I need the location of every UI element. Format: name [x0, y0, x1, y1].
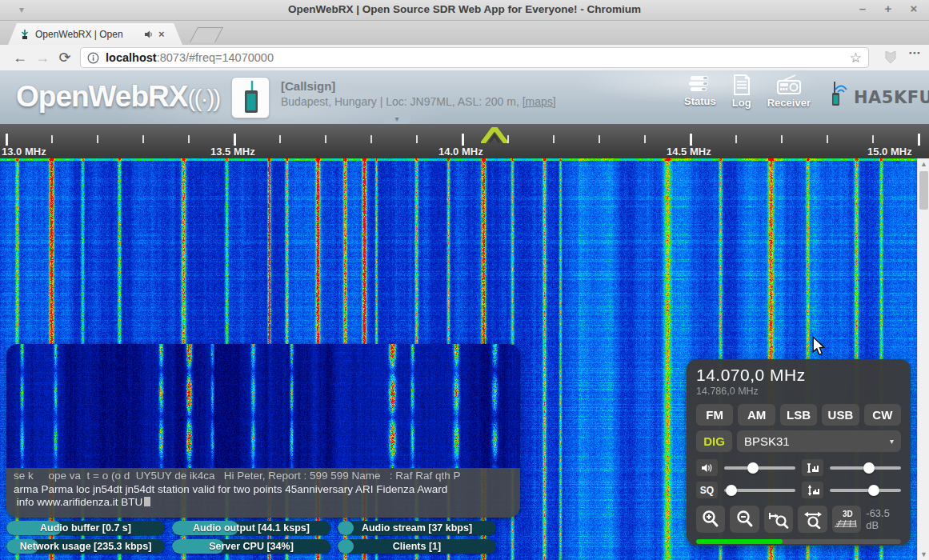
header-collapse-button[interactable]: ▾ — [383, 116, 410, 124]
station-callsign: [Callsign] — [281, 79, 556, 93]
zoom-out-button[interactable] — [730, 506, 759, 533]
scale-minor-tick — [553, 135, 555, 143]
scale-minor-tick — [279, 135, 281, 143]
zoom-in-button[interactable] — [696, 506, 725, 533]
forward-button[interactable]: → — [32, 47, 53, 68]
openwebrx-header: OpenWebRX((·)) [Callsign] Budapest, Hung… — [0, 70, 929, 124]
dig-mode-button[interactable]: DIG — [696, 430, 732, 452]
station-photo — [231, 77, 270, 118]
nav-label: Receiver — [767, 97, 811, 109]
3d-view-icon: 3D — [835, 509, 859, 530]
status-pill-label: Audio output [44.1 ksps] — [172, 521, 330, 535]
squelch-label[interactable]: SQ — [696, 482, 718, 498]
digimode-select[interactable]: BPSK31 ▾ — [737, 430, 901, 452]
ha5kfu-logo[interactable]: HA5KFU — [831, 77, 929, 107]
scale-label: 13.5 MHz — [210, 146, 255, 158]
zoom-full-button[interactable] — [798, 506, 827, 533]
waterfall-max-slider[interactable] — [830, 462, 901, 474]
scale-major-tick — [690, 134, 692, 146]
waterfall-max-icon — [807, 462, 819, 474]
handheld-radio-icon — [238, 80, 262, 115]
scale-major-tick — [462, 134, 464, 146]
back-button[interactable]: ← — [10, 47, 30, 68]
browser-menu-icon[interactable]: ⋮ — [911, 47, 919, 59]
log-document-icon — [732, 74, 751, 95]
waterfall-min-slider-thumb[interactable] — [868, 485, 879, 496]
waterfall-3d-button[interactable]: 3D — [832, 506, 861, 533]
scale-minor-tick — [781, 135, 783, 143]
scrollbar-thumb[interactable] — [919, 171, 928, 210]
url-host: localhost — [106, 51, 157, 64]
waterfall-max-button[interactable] — [802, 459, 823, 476]
openwebrx-logo: OpenWebRX((·)) — [16, 80, 219, 114]
tuned-frequency[interactable]: 14.070,0 MHz — [696, 366, 901, 385]
status-pill-label: Server CPU [34%] — [172, 539, 330, 554]
center-frequency: 14.786,0 MHz — [696, 386, 901, 397]
tab-audio-icon[interactable] — [144, 30, 154, 39]
window-maximize-button[interactable]: + — [881, 2, 895, 16]
page-info-icon[interactable] — [87, 52, 99, 64]
status-pill: Audio output [44.1 ksps] — [172, 521, 330, 535]
window-close-button[interactable]: × — [907, 2, 921, 16]
new-tab-button[interactable] — [190, 27, 223, 42]
url-bar[interactable]: localhost:8073/#freq=14070000 ☆ — [80, 47, 869, 68]
nav-log-button[interactable]: Log — [732, 74, 751, 109]
browser-tab[interactable]: OpenWebRX | Open × — [8, 23, 182, 45]
waterfall-min-slider[interactable] — [830, 485, 901, 496]
url-path: :8073/#freq=14070000 — [157, 51, 274, 64]
digimode-waterfall[interactable] — [6, 344, 520, 468]
mode-fm-button[interactable]: FM — [696, 404, 733, 426]
signal-level-db: -63.5 dB — [866, 507, 901, 533]
zoom-full-icon — [803, 510, 823, 529]
openwebrx-window: ▾ OpenWebRX | Open Source SDR Web App fo… — [0, 0, 929, 560]
mode-buttons: FMAMLSBUSBCW — [696, 404, 901, 426]
decoder-line: arma Parma loc jn54dt jn54dt station val… — [14, 483, 447, 495]
volume-button[interactable] — [696, 459, 718, 476]
scrollbar-up-icon[interactable]: ▲ — [918, 158, 929, 170]
zoom-selection-icon — [768, 510, 789, 529]
url-text[interactable]: localhost:8073/#freq=14070000 — [106, 51, 850, 64]
scale-label: 14.0 MHz — [438, 146, 483, 158]
scale-minor-tick — [644, 135, 646, 143]
scrollbar-down-icon[interactable]: ▼ — [918, 549, 929, 560]
zoom-in-icon — [701, 510, 720, 529]
nav-status-button[interactable]: Status — [684, 74, 716, 109]
nav-receiver-button[interactable]: Receiver — [767, 74, 811, 109]
window-minimize-button[interactable]: – — [855, 2, 870, 16]
squelch-slider[interactable] — [724, 485, 795, 496]
reload-button[interactable]: ⟳ — [54, 47, 75, 68]
extension-icon[interactable] — [883, 49, 899, 65]
bookmark-star-icon[interactable]: ☆ — [850, 50, 862, 66]
squelch-slider-thumb[interactable] — [726, 485, 737, 496]
volume-slider-thumb[interactable] — [747, 462, 759, 474]
scale-minor-tick — [599, 135, 600, 143]
status-bars-icon — [688, 74, 712, 94]
status-pill: Server CPU [34%] — [172, 539, 330, 554]
tab-title: OpenWebRX | Open — [35, 29, 139, 40]
scale-minor-tick — [370, 135, 372, 143]
waterfall-max-slider-thumb[interactable] — [863, 462, 875, 474]
mode-cw-button[interactable]: CW — [864, 404, 901, 426]
page-scrollbar[interactable]: ▲ ▼ — [917, 158, 929, 560]
scale-major-tick — [234, 134, 236, 146]
status-pill: Audio buffer [0.7 s] — [6, 521, 165, 535]
status-bars: Audio buffer [0.7 s]Audio output [44.1 k… — [6, 521, 496, 554]
mode-am-button[interactable]: AM — [738, 404, 775, 426]
zoom-selection-button[interactable] — [764, 506, 793, 533]
volume-slider[interactable] — [724, 462, 795, 474]
scale-minor-tick — [507, 135, 509, 143]
decoder-cursor — [144, 497, 150, 506]
browser-tabstrip: OpenWebRX | Open × — [0, 21, 929, 45]
frequency-scale[interactable]: 13.0 MHz13.5 MHz14.0 MHz14.5 MHz15.0 MHz — [0, 124, 929, 158]
station-location: Budapest, Hungary | Loc: JN97ML, ASL: 20… — [281, 95, 556, 108]
maps-link[interactable]: [maps] — [523, 95, 556, 108]
tab-close-icon[interactable]: × — [158, 28, 165, 40]
waterfall-min-button[interactable] — [802, 482, 823, 498]
mode-lsb-button[interactable]: LSB — [780, 404, 817, 426]
status-pill-label: Audio stream [37 kbps] — [338, 521, 496, 535]
scale-minor-tick — [325, 135, 326, 143]
scale-major-tick — [918, 134, 920, 146]
tuning-marker-icon[interactable] — [481, 127, 508, 143]
mode-usb-button[interactable]: USB — [822, 404, 859, 426]
status-pill: Audio stream [37 kbps] — [338, 521, 496, 535]
